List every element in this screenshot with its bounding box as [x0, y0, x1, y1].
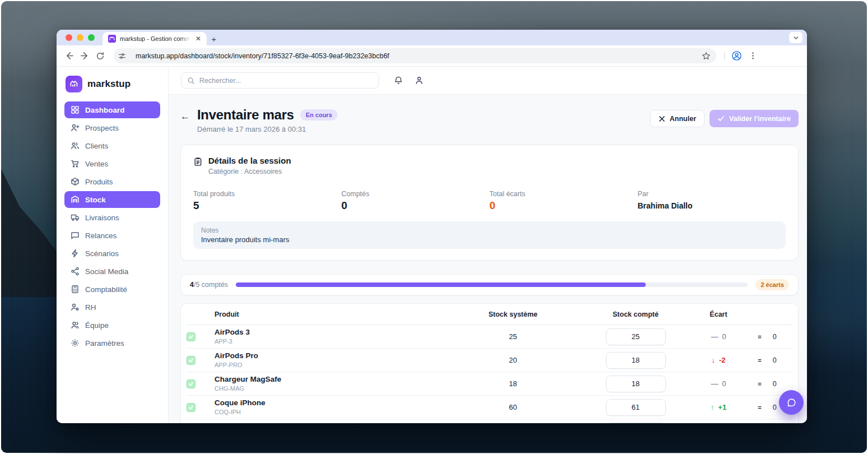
- col-stock-systeme: Stock système: [471, 311, 555, 318]
- sidebar-item-label: Livraisons: [85, 214, 119, 222]
- main-panel: ← Inventaire mars En cours Démarré le 17…: [169, 67, 807, 423]
- sidebar-item-label: Social Media: [85, 267, 128, 276]
- sidebar-item-clients[interactable]: Clients: [64, 137, 160, 154]
- sidebar-item-label: Produits: [85, 178, 113, 186]
- back-icon[interactable]: [61, 48, 77, 64]
- new-tab-button[interactable]: +: [207, 32, 221, 45]
- product-sku: APP-PRO: [214, 362, 471, 369]
- tab-strip: markstup - Gestion commerci ✕ +: [57, 30, 807, 45]
- sidebar-item-produits[interactable]: Produits: [64, 173, 160, 190]
- sidebar-item-comptabilite[interactable]: Comptabilité: [64, 281, 160, 298]
- session-details-card: Détails de la session Catégorie : Access…: [180, 145, 799, 261]
- counted-stock-input[interactable]: [606, 352, 666, 369]
- sidebar-item-livraisons[interactable]: Livraisons: [64, 209, 160, 226]
- url-bar[interactable]: markstup.app/dashboard/stock/inventory/7…: [114, 48, 716, 63]
- counted-stock-input[interactable]: [606, 376, 666, 392]
- row-checkbox[interactable]: [186, 356, 195, 365]
- ecart-flat-icon: —: [711, 332, 718, 341]
- ecart-cell: —0: [680, 332, 742, 341]
- search-input[interactable]: [199, 77, 373, 85]
- page-content: ← Inventaire mars En cours Démarré le 17…: [169, 95, 807, 423]
- notes-label: Notes: [201, 226, 778, 234]
- progress-bar: [236, 282, 748, 287]
- users-icon: [71, 141, 80, 150]
- table-row: Protection d'écran: [186, 419, 792, 423]
- clipboard-icon: [193, 156, 203, 175]
- dashboard-icon: [71, 105, 80, 114]
- sidebar-item-label: Clients: [85, 142, 108, 150]
- bookmark-star-icon[interactable]: [702, 52, 711, 61]
- ecart-cell: —0: [680, 379, 742, 388]
- row-checkbox[interactable]: [186, 332, 195, 341]
- sidebar-item-social-media[interactable]: Social Media: [64, 263, 160, 280]
- sidebar-item-prospects[interactable]: Prospects: [64, 119, 160, 136]
- ecart-flat-icon: —: [711, 379, 718, 388]
- session-stats: Total produits 5 Comptés 0 Total écarts …: [193, 190, 786, 212]
- calculator-icon: [71, 285, 80, 294]
- sidebar-item-ventes[interactable]: Ventes: [64, 155, 160, 172]
- sidebar-item-label: Relances: [85, 231, 116, 240]
- maximize-window-button[interactable]: [88, 34, 95, 41]
- counted-stock-input[interactable]: [606, 328, 666, 345]
- progress-card: 4/5 comptés 2 écarts: [180, 274, 799, 295]
- ecart-cell: ↑+1: [680, 403, 742, 411]
- sidebar-item-parametres[interactable]: Paramètres: [64, 335, 160, 351]
- sidebar-item-label: Dashboard: [85, 106, 125, 114]
- browser-toolbar: markstup.app/dashboard/stock/inventory/7…: [57, 45, 807, 67]
- cart-icon: [71, 159, 80, 168]
- product-name: Coque iPhone: [214, 399, 471, 408]
- window-controls: [57, 30, 102, 45]
- brand-logo-icon: [66, 76, 82, 92]
- reload-icon[interactable]: [92, 48, 108, 64]
- table-row: Coque iPhoneCOQ-IPH 60 ↑+1 =0: [186, 396, 792, 419]
- row-checkbox[interactable]: [186, 379, 195, 388]
- col-produit: Produit: [203, 311, 471, 318]
- sidebar-item-label: Ventes: [85, 160, 108, 168]
- page-subtitle: Démarré le 17 mars 2026 à 00:31: [197, 125, 338, 133]
- minimize-window-button[interactable]: [77, 34, 83, 41]
- product-name: AirPods 3: [214, 328, 471, 337]
- counted-stock-input[interactable]: [606, 423, 666, 424]
- tab-search-chevron-icon[interactable]: [789, 32, 802, 43]
- site-settings-icon[interactable]: [116, 50, 128, 62]
- stat-total-ecarts: Total écarts 0: [489, 190, 638, 212]
- sidebar-item-label: Stock: [85, 196, 106, 204]
- sidebar-item-label: Comptabilité: [85, 285, 127, 294]
- header-actions: Annuler Valider l'inventaire: [650, 107, 799, 127]
- sidebar-item-scenarios[interactable]: Scénarios: [64, 245, 160, 262]
- bell-icon[interactable]: [394, 76, 403, 85]
- package-icon: [71, 177, 80, 186]
- validate-inventory-button[interactable]: Valider l'inventaire: [710, 110, 799, 127]
- user-icon[interactable]: [414, 76, 424, 85]
- toolbar-separator: [724, 52, 725, 61]
- brand[interactable]: markstup: [64, 73, 160, 101]
- col-stock-compte: Stock compté: [591, 311, 680, 318]
- sidebar-item-equipe[interactable]: Équipe: [64, 317, 160, 333]
- sidebar-item-label: Scénarios: [85, 249, 119, 258]
- url-text: markstup.app/dashboard/stock/inventory/7…: [136, 52, 702, 60]
- eq-cell: =0: [742, 380, 792, 388]
- profile-icon[interactable]: [731, 50, 742, 61]
- close-window-button[interactable]: [66, 34, 72, 41]
- sidebar: markstup Dashboard Prospects Clients Ven…: [57, 67, 169, 423]
- user-plus-icon: [71, 123, 80, 132]
- browser-window: markstup - Gestion commerci ✕ + markstup…: [57, 30, 807, 423]
- page-title: Inventaire mars: [197, 107, 294, 123]
- sidebar-item-relances[interactable]: Relances: [64, 227, 160, 244]
- chat-fab-button[interactable]: [779, 390, 804, 415]
- counted-stock-input[interactable]: [606, 399, 666, 416]
- tab-close-icon[interactable]: ✕: [194, 35, 202, 43]
- row-checkbox[interactable]: [186, 403, 195, 412]
- sidebar-item-label: Paramètres: [85, 339, 124, 348]
- search-bar[interactable]: [181, 72, 379, 89]
- truck-icon: [71, 213, 80, 222]
- back-navigation-icon[interactable]: ←: [180, 107, 190, 133]
- menu-dots-icon[interactable]: [749, 52, 757, 60]
- sidebar-item-dashboard[interactable]: Dashboard: [64, 101, 160, 118]
- cancel-button[interactable]: Annuler: [650, 110, 704, 127]
- sidebar-item-rh[interactable]: RH: [64, 299, 160, 316]
- forward-icon[interactable]: [77, 48, 92, 64]
- browser-tab[interactable]: markstup - Gestion commerci ✕: [102, 32, 207, 45]
- brand-name: markstup: [87, 78, 130, 90]
- sidebar-item-stock[interactable]: Stock: [64, 191, 160, 208]
